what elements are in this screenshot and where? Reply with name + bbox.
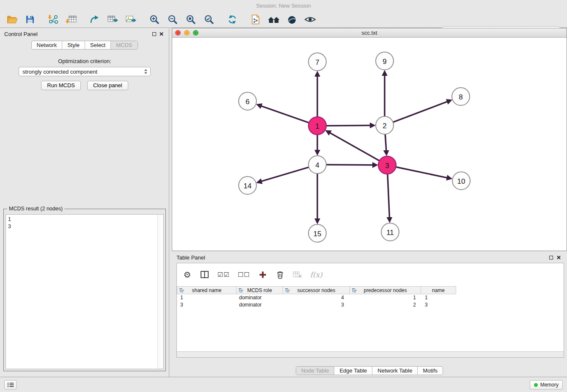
network-overview-button[interactable] (246, 12, 264, 27)
close-panel-icon[interactable]: ✕ (159, 31, 164, 37)
control-panel-tabs: Network Style Select MCDS (31, 41, 138, 50)
mcds-result-title: MCDS result (2 nodes) (7, 206, 64, 212)
cell-name: 1 (421, 294, 456, 301)
zoom-out-button[interactable] (163, 12, 182, 27)
function-builder-button[interactable]: f(x) (310, 270, 322, 280)
column-label: shared name (192, 287, 221, 293)
horizontal-scrollbar[interactable] (177, 351, 564, 357)
tab-label: Motifs (423, 367, 438, 374)
tab-style[interactable]: Style (62, 41, 85, 49)
graph-node-label: 2 (383, 122, 386, 130)
table-row[interactable]: 3 dominator 3 2 3 (177, 301, 564, 309)
show-columns-button[interactable] (200, 270, 209, 280)
run-mcds-button[interactable]: Run MCDS (41, 81, 81, 90)
tab-network-table[interactable]: Network Table (372, 367, 417, 375)
export-table-button[interactable] (104, 12, 122, 27)
tab-node-table[interactable]: Node Table (296, 367, 334, 375)
delete-column-button[interactable] (275, 270, 285, 280)
list-icon (7, 382, 14, 387)
network-graph-canvas[interactable]: 7968124314101511 (172, 38, 567, 251)
column-header-name[interactable]: name (421, 286, 456, 294)
close-panel-button[interactable]: Close panel (87, 81, 128, 90)
graph-edge-4-3[interactable] (325, 165, 374, 165)
window-title: Session: New Session (256, 3, 311, 9)
graph-edge-2-3[interactable] (385, 133, 386, 152)
export-network-button[interactable] (85, 12, 104, 27)
save-session-button[interactable] (21, 12, 39, 27)
column-header-shared-name[interactable]: shared name (177, 286, 237, 294)
checked-boxes-icon: ☑☑ (217, 271, 230, 279)
graph-edge-1-2[interactable] (325, 125, 372, 126)
cell-shared-name: 1 (177, 294, 237, 301)
mcds-result-item: 3 (6, 223, 163, 230)
close-window-icon[interactable]: × (175, 30, 181, 36)
graph-edge-2-8[interactable] (392, 101, 449, 122)
open-folder-icon (6, 14, 18, 25)
network-file-icon (250, 14, 261, 25)
select-all-columns-button[interactable]: ☑☑ (217, 270, 230, 280)
cell-mcds-role: dominator (237, 301, 283, 309)
column-header-predecessor-nodes[interactable]: predecessor nodes (350, 286, 421, 294)
network-window-titlebar[interactable]: × − + scc.txt (172, 28, 567, 38)
optimization-criterion-label: Optimization criterion: (0, 58, 169, 64)
result-scrollbar[interactable] (157, 215, 163, 369)
table-row[interactable]: 1 dominator 4 1 1 (177, 294, 564, 301)
column-header-successor-nodes[interactable]: successor nodes (283, 286, 350, 294)
graph-edge-3-11[interactable] (388, 173, 390, 219)
control-panel: Control Panel ✕ Network Style Select MCD… (0, 28, 169, 377)
window-titlebar: Session: New Session (0, 0, 567, 11)
task-history-button[interactable] (4, 380, 17, 389)
memory-label: Memory (540, 382, 559, 388)
mcds-result-box: MCDS result (2 nodes) 1 3 (3, 209, 166, 371)
unchecked-boxes-icon: ☐☐ (238, 271, 250, 279)
tab-motifs[interactable]: Motifs (417, 367, 443, 375)
table-panel: Table Panel ✕ ⚙ ☑☑ ☐☐ (172, 251, 567, 377)
open-session-button[interactable] (3, 12, 21, 27)
minimize-glyph: − (186, 31, 188, 35)
criterion-dropdown[interactable]: strongly connected component (19, 67, 151, 76)
apply-layout-button[interactable] (223, 12, 241, 27)
import-network-button[interactable] (44, 12, 62, 27)
style-brush-icon (286, 14, 297, 25)
home-button[interactable] (264, 12, 283, 27)
columns-icon (201, 271, 209, 279)
zoom-window-icon[interactable]: + (193, 30, 198, 36)
import-table-button[interactable] (62, 12, 80, 27)
tab-network[interactable]: Network (31, 41, 62, 49)
show-hide-button[interactable] (301, 12, 319, 27)
minimize-window-icon[interactable]: − (184, 30, 190, 36)
zoom-fit-button[interactable] (182, 12, 200, 27)
graph-node-label: 8 (459, 93, 462, 101)
graph-edge-3-1[interactable] (329, 132, 380, 161)
column-label: MCDS role (247, 287, 272, 293)
delete-table-button[interactable] (293, 270, 302, 280)
mcds-result-list[interactable]: 1 3 (6, 214, 164, 369)
traffic-lights: × − + (175, 30, 198, 36)
cell-predecessor-nodes: 2 (350, 301, 421, 309)
graph-node-label: 3 (385, 162, 389, 170)
graph-node-label: 15 (314, 230, 322, 238)
tab-select[interactable]: Select (85, 41, 110, 49)
tab-label: MCDS (116, 42, 132, 48)
tab-label: Edge Table (339, 367, 367, 374)
zoom-in-button[interactable] (145, 12, 163, 27)
graph-edge-1-6[interactable] (260, 105, 310, 123)
export-image-button[interactable] (122, 12, 140, 27)
column-header-mcds-role[interactable]: MCDS role (237, 286, 283, 294)
create-column-button[interactable] (258, 270, 267, 280)
style-button[interactable] (283, 12, 301, 27)
graph-edge-4-14[interactable] (260, 167, 310, 182)
eye-icon (304, 15, 317, 24)
graph-edge-3-10[interactable] (395, 167, 449, 178)
zoom-selected-button[interactable] (200, 12, 218, 27)
zoom-in-icon (149, 14, 160, 25)
close-panel-icon[interactable]: ✕ (556, 255, 561, 260)
float-panel-icon[interactable] (152, 32, 156, 36)
table-settings-button[interactable]: ⚙ (183, 270, 192, 280)
save-floppy-icon (25, 14, 35, 25)
float-panel-icon[interactable] (549, 256, 553, 259)
unselect-all-columns-button[interactable]: ☐☐ (238, 270, 250, 280)
memory-button[interactable]: Memory (530, 380, 563, 389)
tab-edge-table[interactable]: Edge Table (334, 367, 372, 375)
tab-mcds[interactable]: MCDS (110, 41, 137, 49)
